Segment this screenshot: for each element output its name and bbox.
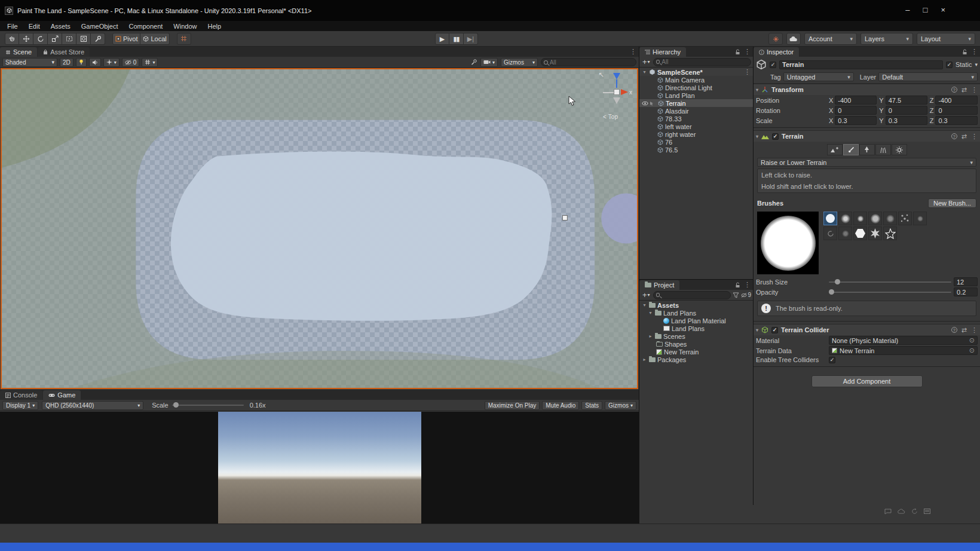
scene-camera-dropdown[interactable]: ▾ xyxy=(480,58,498,67)
rect-tool-button[interactable] xyxy=(62,33,76,45)
tree-colliders-checkbox[interactable]: ✓ xyxy=(829,357,835,363)
status-cloud-icon[interactable] xyxy=(898,508,905,515)
stats-button[interactable]: Stats xyxy=(581,401,602,410)
presets-icon[interactable]: ⇄ xyxy=(961,86,967,94)
hierarchy-item-terrain[interactable]: Terrain xyxy=(639,99,753,107)
hierarchy-item-76[interactable]: 76 xyxy=(639,138,753,146)
position-x-field[interactable]: -400 xyxy=(835,96,877,105)
component-menu-icon[interactable]: ⋮ xyxy=(971,133,978,140)
menu-component[interactable]: Component xyxy=(124,22,167,30)
status-console-icon[interactable] xyxy=(924,508,930,515)
maximize-on-play-button[interactable]: Maximize On Play xyxy=(485,401,540,410)
hierarchy-item-right-water[interactable]: right water xyxy=(639,130,753,138)
rotation-x-field[interactable]: 0 xyxy=(835,106,877,115)
layer-dropdown[interactable]: Default ▾ xyxy=(878,72,978,81)
scene-search-field[interactable] xyxy=(541,58,636,66)
close-icon[interactable]: × xyxy=(941,5,945,14)
scale-slider-thumb[interactable] xyxy=(173,402,179,408)
pickability-icon[interactable] xyxy=(650,101,655,106)
scene-gizmos-dropdown[interactable]: Gizmos ▾ xyxy=(501,58,538,67)
windows-taskbar[interactable] xyxy=(0,543,980,551)
grid-snapping-button[interactable] xyxy=(177,33,191,45)
project-search-field[interactable] xyxy=(653,291,731,299)
axis-x-cone[interactable] xyxy=(621,89,628,95)
project-search-input[interactable] xyxy=(662,292,728,298)
hierarchy-item-76-5[interactable]: 76.5 xyxy=(639,146,753,154)
gameobject-header-cube-icon[interactable] xyxy=(756,59,767,70)
brush-starburst[interactable] xyxy=(868,226,882,240)
brush-blob-textured[interactable] xyxy=(868,212,882,225)
scene-camera-settings-icon[interactable] xyxy=(470,59,477,66)
pause-button[interactable]: ▮▮ xyxy=(449,33,464,45)
brush-dot-small[interactable] xyxy=(853,212,867,225)
terrain-tool-trees[interactable] xyxy=(859,144,875,155)
lock-icon[interactable] xyxy=(962,49,967,55)
hierarchy-item-main-camera[interactable]: Main Camera xyxy=(639,76,753,84)
opacity-thumb[interactable] xyxy=(829,289,834,295)
brush-circle-solid[interactable] xyxy=(823,212,837,225)
pivot-toggle-button[interactable]: Pivot xyxy=(112,33,140,45)
tab-asset-store[interactable]: Asset Store xyxy=(38,47,90,57)
rotation-z-field[interactable]: 0 xyxy=(935,106,978,115)
scale-z-field[interactable]: 0.3 xyxy=(935,116,978,125)
project-item-packages[interactable]: ▸ Packages xyxy=(639,356,753,363)
play-button[interactable]: ▶ xyxy=(435,33,449,45)
component-menu-icon[interactable]: ⋮ xyxy=(971,86,978,94)
scene-visibility-toggle[interactable]: 0 xyxy=(122,58,140,67)
hidden-packages-icon[interactable]: 9 xyxy=(741,292,751,298)
layers-dropdown[interactable]: Layers ▾ xyxy=(860,33,913,45)
project-create-button[interactable]: + ▾ xyxy=(641,290,651,299)
terrain-tool-create-neighbor[interactable] xyxy=(827,144,843,155)
move-tool-button[interactable] xyxy=(19,33,33,45)
terrain-tool-mode-dropdown[interactable]: Raise or Lower Terrain ▾ xyxy=(757,158,976,167)
hierarchy-item-78-33[interactable]: 78.33 xyxy=(639,115,753,123)
hierarchy-item-directional-light[interactable]: Directional Light xyxy=(639,84,753,91)
lock-icon[interactable] xyxy=(735,49,740,55)
scene-effects-dropdown[interactable]: ▾ xyxy=(103,58,120,67)
expand-arrow-icon[interactable]: ▸ xyxy=(648,333,653,339)
scene-panel-menu-icon[interactable]: ⋮ xyxy=(630,48,636,56)
status-message-icon[interactable] xyxy=(884,508,892,515)
transform-header[interactable]: ▾ Transform ? ⇄ ⋮ xyxy=(754,84,980,95)
project-item-new-terrain[interactable]: New Terrain xyxy=(639,348,753,356)
scale-y-field[interactable]: 0.3 xyxy=(886,116,927,125)
project-item-scenes[interactable]: ▸ Scenes xyxy=(639,332,753,340)
status-refresh-icon[interactable] xyxy=(911,508,918,515)
axis-y-cone[interactable] xyxy=(613,97,620,104)
selection-handle[interactable] xyxy=(562,216,567,221)
cloud-collab-button[interactable] xyxy=(786,33,801,45)
tag-dropdown[interactable]: Untagged ▾ xyxy=(783,72,854,81)
scale-slider[interactable] xyxy=(172,405,244,406)
2d-toggle-button[interactable]: 2D xyxy=(60,58,74,67)
minimize-icon[interactable]: – xyxy=(905,5,909,14)
position-y-field[interactable]: 47.5 xyxy=(886,96,927,105)
static-caret-icon[interactable]: ▾ xyxy=(975,62,978,68)
menu-assets[interactable]: Assets xyxy=(46,22,75,30)
add-component-button[interactable]: Add Component xyxy=(811,375,923,387)
display-dropdown[interactable]: Display 1 ▾ xyxy=(2,401,38,410)
material-object-field[interactable]: None (Physic Material) ⊙ xyxy=(829,336,978,345)
lock-icon[interactable] xyxy=(735,282,740,288)
brush-size-slider[interactable] xyxy=(829,281,951,283)
terrain-collider-header[interactable]: ▾ ✓ Terrain Collider ? ⇄ ⋮ xyxy=(754,325,980,335)
position-z-field[interactable]: -400 xyxy=(935,96,978,105)
brush-swirl-faint[interactable] xyxy=(823,226,837,240)
rotation-y-field[interactable]: 0 xyxy=(886,106,927,115)
foldout-arrow-icon[interactable]: ▾ xyxy=(756,134,758,139)
tab-project[interactable]: Project xyxy=(639,280,679,290)
hand-tool-button[interactable] xyxy=(5,33,19,45)
tab-scene[interactable]: Scene xyxy=(0,47,37,57)
step-button[interactable]: ▶| xyxy=(464,33,478,45)
inspector-menu-icon[interactable]: ⋮ xyxy=(971,48,978,56)
active-checkbox[interactable]: ✓ xyxy=(770,62,776,68)
scene-lighting-toggle[interactable] xyxy=(76,58,87,67)
help-icon[interactable]: ? xyxy=(951,133,957,139)
maximize-icon[interactable]: □ xyxy=(923,5,928,14)
presets-icon[interactable]: ⇄ xyxy=(961,326,967,334)
terrain-header[interactable]: ▾ ✓ Terrain ? ⇄ ⋮ xyxy=(754,131,980,142)
terrain-tool-settings[interactable] xyxy=(892,144,907,155)
brush-star-outline[interactable] xyxy=(883,226,897,240)
menu-gameobject[interactable]: GameObject xyxy=(76,22,123,30)
brush-scatter-dots[interactable] xyxy=(898,212,912,225)
presets-icon[interactable]: ⇄ xyxy=(961,133,967,140)
